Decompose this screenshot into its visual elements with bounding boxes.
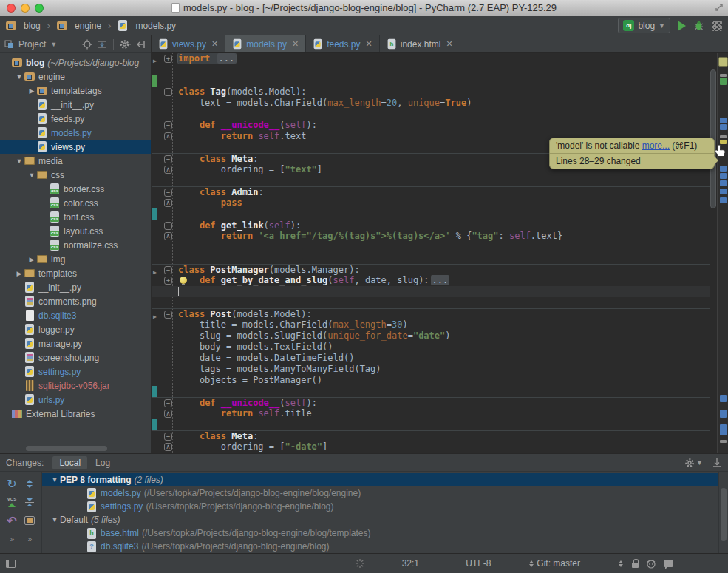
revert-button[interactable]: ↶ xyxy=(5,514,18,527)
expand-arrow-icon[interactable]: ▼ xyxy=(14,157,24,165)
resize-grip-icon[interactable] xyxy=(715,3,724,12)
fold-toggle-icon[interactable]: + xyxy=(164,55,172,63)
stripe-marker-blue[interactable] xyxy=(720,173,727,179)
project-tree-item[interactable]: views.py xyxy=(0,140,151,154)
vcs-branch[interactable]: Git: master xyxy=(537,558,580,569)
project-tree-item[interactable]: ▶templates xyxy=(0,266,151,280)
gutter-change-marker[interactable] xyxy=(152,386,157,397)
tooltip-more-link[interactable]: more... xyxy=(642,140,670,151)
locate-file-button[interactable] xyxy=(82,39,92,50)
changes-tree-item[interactable]: models.py (/Users/topka/Projects/django-… xyxy=(42,486,718,500)
toolwindow-toggle-icon[interactable] xyxy=(6,560,16,568)
project-tree-item[interactable]: screenshot.png xyxy=(0,350,151,365)
collapse-all-button[interactable] xyxy=(97,39,107,50)
project-tree-item[interactable]: layout.css xyxy=(0,224,151,238)
group-by-directory-button[interactable] xyxy=(23,514,36,527)
scrollbar-thumb[interactable] xyxy=(721,488,727,541)
commit-button[interactable]: VCS xyxy=(5,495,18,509)
stripe-marker-gray[interactable] xyxy=(720,74,727,77)
tab-index-html[interactable]: index.html✕ xyxy=(380,35,460,52)
changes-tree-item[interactable]: base.html (/Users/topka/Projects/django-… xyxy=(42,526,718,540)
fold-toggle-icon[interactable]: − xyxy=(164,433,172,441)
fold-toggle-icon[interactable]: − xyxy=(164,266,172,274)
gutter-arrow-icon[interactable]: ▶ xyxy=(153,55,157,67)
more-actions-button[interactable]: » xyxy=(23,532,36,546)
project-tree-item[interactable]: External Libraries xyxy=(0,407,151,421)
fold-toggle-icon[interactable]: ∧ xyxy=(164,199,172,207)
run-with-coverage-button[interactable] xyxy=(712,21,722,31)
debug-button[interactable] xyxy=(693,20,704,31)
project-tree-item[interactable]: blog (~/Projects/django-blog xyxy=(0,55,151,69)
project-panel-title[interactable]: Project xyxy=(18,39,46,50)
project-tree-item[interactable]: ▼css xyxy=(0,168,151,182)
stripe-marker-blue[interactable] xyxy=(720,118,727,123)
project-tree-item[interactable]: models.py xyxy=(0,126,151,140)
error-stripe[interactable] xyxy=(717,53,728,453)
stripe-marker-blue[interactable] xyxy=(720,180,727,186)
project-tree-item[interactable]: normalize.css xyxy=(0,238,151,252)
gutter-arrow-icon[interactable]: ▶ xyxy=(153,267,157,278)
changes-vertical-scrollbar[interactable] xyxy=(718,472,728,553)
changes-tab-log[interactable]: Log xyxy=(89,456,117,469)
gutter-change-marker[interactable] xyxy=(152,75,157,87)
scrollbar-thumb[interactable] xyxy=(26,446,107,451)
fold-toggle-icon[interactable]: − xyxy=(164,222,172,230)
fold-toggle-icon[interactable]: ∧ xyxy=(164,443,172,451)
sort-arrows-icon[interactable] xyxy=(619,560,623,567)
close-icon[interactable]: ✕ xyxy=(292,39,299,49)
project-tree-item[interactable]: feeds.py xyxy=(0,112,151,126)
project-tree-item[interactable]: font.css xyxy=(0,210,151,224)
tab-views-py[interactable]: views.py✕ xyxy=(152,35,225,52)
expand-arrow-icon[interactable]: ▼ xyxy=(50,516,60,523)
project-tree-item[interactable]: ▼engine xyxy=(0,69,151,84)
run-configuration-select[interactable]: dj blog ▼ xyxy=(618,18,670,33)
project-tree-item[interactable]: settings.py xyxy=(0,365,151,379)
changes-tab-local[interactable]: Local xyxy=(52,456,87,469)
fold-toggle-icon[interactable]: − xyxy=(164,189,172,197)
project-tree-item[interactable]: manage.py xyxy=(0,336,151,350)
code-editor[interactable]: ▶+import ...−class Tag(models.Model): te… xyxy=(152,53,710,453)
changes-tree-item[interactable]: ▼PEP 8 formatting (2 files) xyxy=(42,473,718,486)
close-icon[interactable]: ✕ xyxy=(366,39,372,49)
expand-arrow-icon[interactable]: ▼ xyxy=(27,172,37,179)
stripe-marker-blue[interactable] xyxy=(720,197,727,203)
stripe-marker-blue[interactable] xyxy=(720,395,727,402)
gutter-arrow-icon[interactable]: ▶ xyxy=(153,311,157,322)
caret-position[interactable]: 32:1 xyxy=(384,558,436,569)
collapse-all-button[interactable] xyxy=(23,495,36,509)
stripe-marker-blue[interactable] xyxy=(720,166,727,172)
fold-toggle-icon[interactable]: − xyxy=(164,121,172,129)
refresh-button[interactable]: ↻ xyxy=(5,477,18,490)
changes-tree-item[interactable]: settings.py (/Users/topka/Projects/djang… xyxy=(42,500,718,513)
gutter-change-marker[interactable] xyxy=(152,419,157,430)
project-tree-item[interactable]: logger.py xyxy=(0,322,151,336)
fold-toggle-icon[interactable]: − xyxy=(164,155,172,163)
stripe-marker-green[interactable] xyxy=(720,78,727,85)
close-icon[interactable]: ✕ xyxy=(211,39,218,49)
close-icon[interactable]: ✕ xyxy=(446,39,452,49)
project-tree-item[interactable]: ▼media xyxy=(0,154,151,168)
highlighting-level-icon[interactable] xyxy=(646,558,656,569)
stripe-marker-gray[interactable] xyxy=(720,135,727,138)
breadcrumb-item-models-py[interactable]: models.py xyxy=(118,20,176,31)
changes-tree-item[interactable]: ▼Default (5 files) xyxy=(42,513,718,526)
changes-tree-item[interactable]: db.sqlite3 (/Users/topka/Projects/django… xyxy=(42,540,718,553)
expand-arrow-icon[interactable]: ▶ xyxy=(27,87,37,95)
breadcrumb-item-engine[interactable]: engine xyxy=(57,20,101,31)
project-tree-item[interactable]: urls.py xyxy=(0,393,151,407)
breadcrumb-item-blog[interactable]: blog xyxy=(6,20,41,31)
fold-toggle-icon[interactable]: − xyxy=(164,311,172,319)
readonly-lock-icon[interactable] xyxy=(632,563,639,568)
stripe-marker-blue[interactable] xyxy=(720,410,727,418)
stripe-marker-blue[interactable] xyxy=(720,189,727,194)
stripe-marker-blue[interactable] xyxy=(720,124,727,130)
expand-arrow-icon[interactable]: ▼ xyxy=(50,476,60,484)
expand-arrow-icon[interactable]: ▶ xyxy=(27,256,37,263)
project-tree-item[interactable]: comments.png xyxy=(0,294,151,308)
stripe-marker-blue[interactable] xyxy=(720,424,727,435)
project-tree-item[interactable]: ▶img xyxy=(0,252,151,266)
expand-arrow-icon[interactable]: ▶ xyxy=(14,270,24,277)
gutter-change-marker[interactable] xyxy=(152,208,157,220)
fold-toggle-icon[interactable]: − xyxy=(164,399,172,407)
fold-toggle-icon[interactable]: ∧ xyxy=(164,166,172,174)
